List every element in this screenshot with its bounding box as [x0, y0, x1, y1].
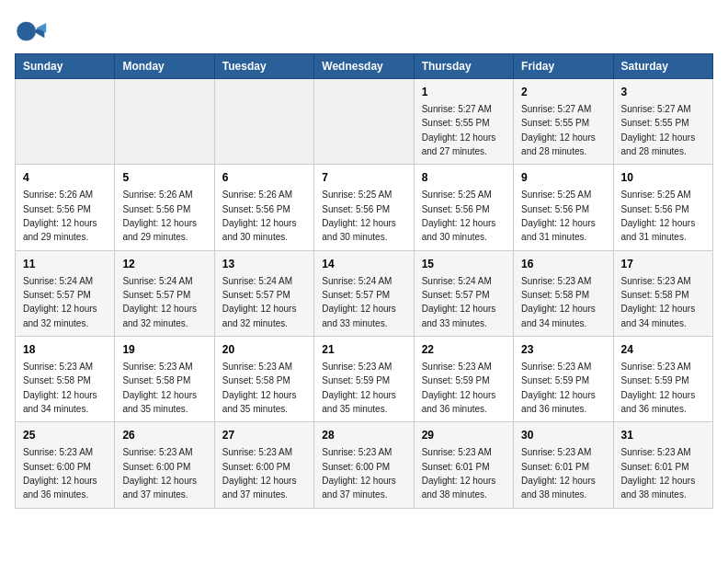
- day-of-week-header: Thursday: [414, 54, 513, 79]
- day-info: Sunrise: 5:24 AM Sunset: 5:57 PM Dayligh…: [322, 276, 396, 328]
- day-info: Sunrise: 5:23 AM Sunset: 6:01 PM Dayligh…: [422, 447, 496, 500]
- calendar-cell: 27Sunrise: 5:23 AM Sunset: 6:00 PM Dayli…: [214, 422, 313, 508]
- calendar-cell: 1Sunrise: 5:27 AM Sunset: 5:55 PM Daylig…: [414, 79, 513, 165]
- day-number: 27: [222, 428, 306, 443]
- calendar-header: SundayMondayTuesdayWednesdayThursdayFrid…: [16, 54, 713, 79]
- day-of-week-header: Sunday: [16, 54, 115, 79]
- day-info: Sunrise: 5:27 AM Sunset: 5:55 PM Dayligh…: [521, 104, 596, 156]
- day-number: 21: [322, 342, 405, 358]
- calendar-cell: 7Sunrise: 5:25 AM Sunset: 5:56 PM Daylig…: [314, 165, 414, 250]
- day-info: Sunrise: 5:23 AM Sunset: 6:00 PM Dayligh…: [23, 447, 97, 500]
- calendar-body: 1Sunrise: 5:27 AM Sunset: 5:55 PM Daylig…: [16, 79, 713, 509]
- day-info: Sunrise: 5:23 AM Sunset: 6:00 PM Dayligh…: [122, 447, 197, 500]
- day-info: Sunrise: 5:24 AM Sunset: 5:57 PM Dayligh…: [122, 276, 197, 328]
- calendar-cell: [16, 79, 115, 165]
- calendar-cell: [214, 79, 313, 165]
- day-number: 19: [122, 342, 206, 358]
- calendar-cell: 4Sunrise: 5:26 AM Sunset: 5:56 PM Daylig…: [16, 165, 115, 250]
- day-info: Sunrise: 5:27 AM Sunset: 5:55 PM Dayligh…: [621, 104, 696, 156]
- day-info: Sunrise: 5:26 AM Sunset: 5:56 PM Dayligh…: [23, 190, 97, 242]
- calendar-cell: 21Sunrise: 5:23 AM Sunset: 5:59 PM Dayli…: [314, 337, 414, 422]
- day-info: Sunrise: 5:25 AM Sunset: 5:56 PM Dayligh…: [621, 190, 696, 242]
- day-of-week-header: Wednesday: [314, 54, 414, 79]
- calendar-cell: 22Sunrise: 5:23 AM Sunset: 5:59 PM Dayli…: [414, 337, 513, 422]
- day-number: 10: [621, 170, 705, 186]
- day-of-week-header: Saturday: [613, 54, 712, 79]
- day-info: Sunrise: 5:25 AM Sunset: 5:56 PM Dayligh…: [422, 190, 496, 242]
- calendar-cell: 25Sunrise: 5:23 AM Sunset: 6:00 PM Dayli…: [16, 422, 115, 508]
- day-info: Sunrise: 5:26 AM Sunset: 5:56 PM Dayligh…: [222, 190, 297, 242]
- day-info: Sunrise: 5:23 AM Sunset: 5:59 PM Dayligh…: [322, 362, 396, 414]
- calendar-cell: 20Sunrise: 5:23 AM Sunset: 5:58 PM Dayli…: [214, 337, 313, 422]
- day-info: Sunrise: 5:26 AM Sunset: 5:56 PM Dayligh…: [122, 190, 197, 242]
- calendar-cell: 8Sunrise: 5:25 AM Sunset: 5:56 PM Daylig…: [414, 165, 513, 250]
- day-info: Sunrise: 5:25 AM Sunset: 5:56 PM Dayligh…: [322, 190, 396, 242]
- calendar-cell: 19Sunrise: 5:23 AM Sunset: 5:58 PM Dayli…: [115, 337, 214, 422]
- day-info: Sunrise: 5:27 AM Sunset: 5:55 PM Dayligh…: [422, 104, 496, 156]
- day-info: Sunrise: 5:24 AM Sunset: 5:57 PM Dayligh…: [422, 276, 496, 328]
- day-of-week-header: Monday: [115, 54, 214, 79]
- logo: [15, 15, 51, 48]
- day-number: 25: [23, 428, 107, 443]
- day-number: 5: [122, 170, 206, 186]
- calendar-cell: 12Sunrise: 5:24 AM Sunset: 5:57 PM Dayli…: [115, 250, 214, 336]
- calendar-cell: 30Sunrise: 5:23 AM Sunset: 6:01 PM Dayli…: [514, 422, 613, 508]
- day-number: 26: [122, 428, 206, 443]
- calendar-cell: 29Sunrise: 5:23 AM Sunset: 6:01 PM Dayli…: [414, 422, 513, 508]
- calendar-table: SundayMondayTuesdayWednesdayThursdayFrid…: [15, 53, 713, 509]
- day-number: 24: [621, 342, 705, 358]
- calendar-cell: 24Sunrise: 5:23 AM Sunset: 5:59 PM Dayli…: [613, 337, 712, 422]
- day-number: 18: [23, 342, 107, 358]
- day-number: 17: [621, 257, 705, 272]
- day-info: Sunrise: 5:23 AM Sunset: 5:58 PM Dayligh…: [521, 276, 596, 328]
- page-header: [15, 15, 713, 48]
- calendar-cell: [314, 79, 414, 165]
- day-info: Sunrise: 5:23 AM Sunset: 5:58 PM Dayligh…: [122, 362, 197, 414]
- day-number: 31: [621, 428, 705, 443]
- calendar-cell: 9Sunrise: 5:25 AM Sunset: 5:56 PM Daylig…: [514, 165, 613, 250]
- day-info: Sunrise: 5:23 AM Sunset: 5:59 PM Dayligh…: [422, 362, 496, 414]
- day-info: Sunrise: 5:24 AM Sunset: 5:57 PM Dayligh…: [222, 276, 297, 328]
- day-info: Sunrise: 5:23 AM Sunset: 5:59 PM Dayligh…: [521, 362, 596, 414]
- day-info: Sunrise: 5:24 AM Sunset: 5:57 PM Dayligh…: [23, 276, 97, 328]
- day-number: 29: [422, 428, 506, 443]
- day-of-week-header: Friday: [514, 54, 613, 79]
- calendar-cell: 6Sunrise: 5:26 AM Sunset: 5:56 PM Daylig…: [214, 165, 313, 250]
- day-number: 12: [122, 257, 206, 272]
- header-row: SundayMondayTuesdayWednesdayThursdayFrid…: [16, 54, 713, 79]
- day-info: Sunrise: 5:23 AM Sunset: 5:58 PM Dayligh…: [222, 362, 297, 414]
- day-number: 15: [422, 257, 506, 272]
- day-info: Sunrise: 5:23 AM Sunset: 5:58 PM Dayligh…: [621, 276, 696, 328]
- day-info: Sunrise: 5:23 AM Sunset: 6:00 PM Dayligh…: [322, 447, 396, 500]
- day-number: 28: [322, 428, 405, 443]
- calendar-cell: 31Sunrise: 5:23 AM Sunset: 6:01 PM Dayli…: [613, 422, 712, 508]
- day-number: 22: [422, 342, 506, 358]
- calendar-cell: 16Sunrise: 5:23 AM Sunset: 5:58 PM Dayli…: [514, 250, 613, 336]
- calendar-cell: 3Sunrise: 5:27 AM Sunset: 5:55 PM Daylig…: [613, 79, 712, 165]
- day-info: Sunrise: 5:23 AM Sunset: 6:00 PM Dayligh…: [222, 447, 297, 500]
- calendar-week-row: 4Sunrise: 5:26 AM Sunset: 5:56 PM Daylig…: [16, 165, 713, 250]
- logo-icon: [15, 15, 48, 48]
- calendar-cell: 11Sunrise: 5:24 AM Sunset: 5:57 PM Dayli…: [16, 250, 115, 336]
- day-info: Sunrise: 5:23 AM Sunset: 6:01 PM Dayligh…: [521, 447, 596, 500]
- calendar-cell: 5Sunrise: 5:26 AM Sunset: 5:56 PM Daylig…: [115, 165, 214, 250]
- calendar-cell: 10Sunrise: 5:25 AM Sunset: 5:56 PM Dayli…: [613, 165, 712, 250]
- calendar-cell: 23Sunrise: 5:23 AM Sunset: 5:59 PM Dayli…: [514, 337, 613, 422]
- calendar-week-row: 25Sunrise: 5:23 AM Sunset: 6:00 PM Dayli…: [16, 422, 713, 508]
- day-number: 3: [621, 85, 705, 100]
- calendar-cell: 13Sunrise: 5:24 AM Sunset: 5:57 PM Dayli…: [214, 250, 313, 336]
- calendar-cell: 17Sunrise: 5:23 AM Sunset: 5:58 PM Dayli…: [613, 250, 712, 336]
- day-number: 16: [521, 257, 605, 272]
- day-info: Sunrise: 5:25 AM Sunset: 5:56 PM Dayligh…: [521, 190, 596, 242]
- calendar-cell: 15Sunrise: 5:24 AM Sunset: 5:57 PM Dayli…: [414, 250, 513, 336]
- day-number: 20: [222, 342, 306, 358]
- day-number: 11: [23, 257, 107, 272]
- calendar-cell: 2Sunrise: 5:27 AM Sunset: 5:55 PM Daylig…: [514, 79, 613, 165]
- day-number: 23: [521, 342, 605, 358]
- calendar-cell: 18Sunrise: 5:23 AM Sunset: 5:58 PM Dayli…: [16, 337, 115, 422]
- day-info: Sunrise: 5:23 AM Sunset: 5:59 PM Dayligh…: [621, 362, 696, 414]
- calendar-week-row: 11Sunrise: 5:24 AM Sunset: 5:57 PM Dayli…: [16, 250, 713, 336]
- day-number: 4: [23, 170, 107, 186]
- calendar-cell: [115, 79, 214, 165]
- day-number: 2: [521, 85, 605, 100]
